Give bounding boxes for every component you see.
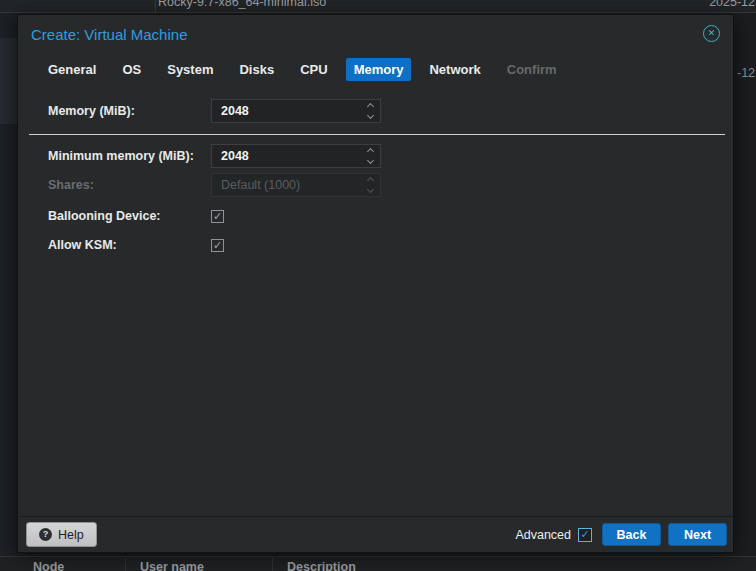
memory-row: Memory (MiB): 2048 xyxy=(18,99,733,123)
tab-disks[interactable]: Disks xyxy=(231,58,282,81)
background-column-divider xyxy=(155,0,156,13)
wizard-tabbar: General OS System Disks CPU Memory Netwo… xyxy=(40,58,733,81)
spinner-up-icon[interactable] xyxy=(367,103,374,110)
tab-cpu[interactable]: CPU xyxy=(292,58,335,81)
help-button[interactable]: ? Help xyxy=(26,522,97,547)
shares-spinner xyxy=(362,175,379,195)
background-column-divider xyxy=(272,558,273,571)
ballooning-label: Ballooning Device: xyxy=(48,209,211,223)
ksm-label: Allow KSM: xyxy=(48,238,211,252)
min-memory-row: Minimum memory (MiB): 2048 xyxy=(18,144,733,168)
min-memory-input[interactable]: 2048 xyxy=(211,144,381,168)
dialog-header: Create: Virtual Machine ✕ xyxy=(18,15,733,48)
min-memory-spinner[interactable] xyxy=(362,146,379,166)
background-date-text: 2025-12 xyxy=(709,0,755,9)
min-memory-label: Minimum memory (MiB): xyxy=(48,149,211,163)
ksm-checkbox[interactable]: ✓ xyxy=(211,239,224,252)
background-date-fragment: -12 xyxy=(737,66,755,80)
screen: Rocky-9.7-x86_64-minimal.iso 2025-12 -12… xyxy=(0,0,756,571)
help-button-label: Help xyxy=(58,528,84,542)
min-memory-value: 2048 xyxy=(221,149,249,163)
memory-spinner[interactable] xyxy=(362,101,379,121)
spinner-up-icon[interactable] xyxy=(367,148,374,155)
memory-value: 2048 xyxy=(221,104,249,118)
help-icon: ? xyxy=(39,528,52,541)
background-iso-filename: Rocky-9.7-x86_64-minimal.iso xyxy=(158,0,326,9)
ksm-row: Allow KSM: ✓ xyxy=(18,233,733,257)
close-icon[interactable]: ✕ xyxy=(703,25,720,42)
advanced-checkbox[interactable]: ✓ xyxy=(578,528,592,542)
shares-value: Default (1000) xyxy=(221,178,300,192)
memory-input[interactable]: 2048 xyxy=(211,99,381,123)
ballooning-checkbox[interactable]: ✓ xyxy=(211,210,224,223)
dialog-title: Create: Virtual Machine xyxy=(31,26,719,43)
memory-tab-panel: Memory (MiB): 2048 Minimum memory (MiB):… xyxy=(18,99,733,257)
tab-network[interactable]: Network xyxy=(421,58,488,81)
checkmark-icon: ✓ xyxy=(213,211,222,222)
close-glyph: ✕ xyxy=(708,29,716,38)
shares-label: Shares: xyxy=(48,178,211,192)
spinner-up-icon xyxy=(367,177,374,184)
checkmark-icon: ✓ xyxy=(580,529,589,540)
memory-label: Memory (MiB): xyxy=(48,104,211,118)
background-header-username: User name xyxy=(140,560,204,571)
background-table-row: Rocky-9.7-x86_64-minimal.iso 2025-12 xyxy=(0,0,756,13)
tab-general[interactable]: General xyxy=(40,58,104,81)
back-button[interactable]: Back xyxy=(602,523,661,546)
shares-input: Default (1000) xyxy=(211,173,381,197)
checkmark-icon: ✓ xyxy=(213,240,222,251)
tab-os[interactable]: OS xyxy=(114,58,149,81)
tab-confirm: Confirm xyxy=(499,58,565,81)
background-left-panel-highlight xyxy=(0,38,17,124)
background-header-description: Description xyxy=(287,560,356,571)
next-button[interactable]: Next xyxy=(668,523,727,546)
shares-row: Shares: Default (1000) xyxy=(18,173,733,197)
advanced-label: Advanced xyxy=(515,528,571,542)
spinner-down-icon[interactable] xyxy=(367,157,374,164)
background-left-panel xyxy=(0,13,17,556)
background-column-divider xyxy=(125,558,126,571)
create-vm-dialog: Create: Virtual Machine ✕ General OS Sys… xyxy=(17,14,734,553)
background-table-header: Node User name Description xyxy=(0,556,756,571)
ballooning-row: Ballooning Device: ✓ xyxy=(18,204,733,228)
spinner-down-icon[interactable] xyxy=(367,112,374,119)
advanced-section-divider xyxy=(29,134,725,135)
dialog-footer: ? Help Advanced ✓ Back Next xyxy=(18,516,733,552)
spinner-down-icon xyxy=(367,186,374,193)
tab-system[interactable]: System xyxy=(159,58,221,81)
help-glyph: ? xyxy=(43,530,49,539)
background-header-node: Node xyxy=(33,560,64,571)
tab-memory[interactable]: Memory xyxy=(346,58,412,81)
